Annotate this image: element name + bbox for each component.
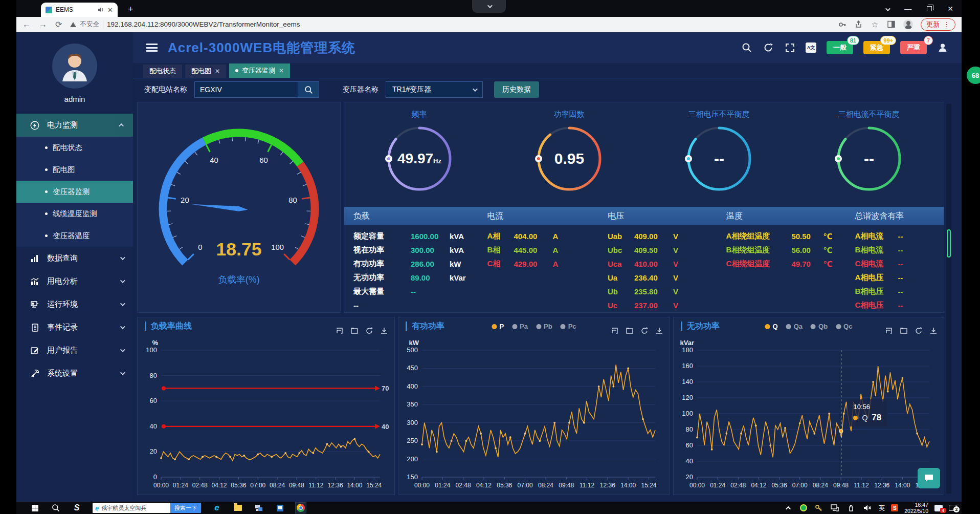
legend-item-Qc[interactable]: Qc xyxy=(836,323,852,330)
recorder-overlay-bubble[interactable]: 68 xyxy=(967,67,980,84)
sidebar-group-usage-analysis[interactable]: 用电分析 xyxy=(16,270,133,293)
tray-usb-icon[interactable] xyxy=(846,503,856,513)
url-text[interactable]: 192.168.204.112:8090/3000WEBV2/Transform… xyxy=(107,20,300,28)
sidebar-item-transformer-temp[interactable]: 变压器温度 xyxy=(16,225,133,247)
sidepanel-icon[interactable] xyxy=(887,20,896,29)
toolbox-dataview-icon[interactable] xyxy=(350,327,359,335)
legend-item-Pa[interactable]: Pa xyxy=(512,323,528,330)
alarm-badge-urgent[interactable]: 紧急 99+ xyxy=(863,41,890,54)
legend-item-Qb[interactable]: Qb xyxy=(811,323,828,330)
taskbar-ie-icon[interactable]: e xyxy=(212,503,222,513)
tab-distribution-diagram[interactable]: 配电图✕ xyxy=(185,65,226,78)
action-center-icon[interactable]: 2 xyxy=(949,505,956,511)
translate-icon[interactable]: A文 xyxy=(806,42,816,53)
sidebar-group-environment[interactable]: 运行环境 xyxy=(16,293,133,316)
station-search-button[interactable] xyxy=(298,82,319,97)
taskbar-search-icon[interactable] xyxy=(51,503,61,513)
toolbox-restore-icon[interactable] xyxy=(885,327,893,335)
start-button[interactable] xyxy=(30,503,40,513)
user-icon[interactable] xyxy=(937,42,948,53)
station-input[interactable] xyxy=(195,82,298,97)
reactive-power-chart[interactable]: 20406080100120140160180kVar00:0001:2402:… xyxy=(674,335,944,495)
toolbox-restore-icon[interactable] xyxy=(336,327,344,335)
legend-item-Qa[interactable]: Qa xyxy=(786,323,803,330)
active-power-chart[interactable]: 150200250300350400450500kW00:0001:2402:4… xyxy=(398,335,670,495)
tray-antivirus-icon[interactable] xyxy=(800,504,807,511)
tray-clock[interactable]: 16:47 2022/5/10 xyxy=(904,502,928,514)
forward-button[interactable]: → xyxy=(39,20,47,29)
legend-item-Pc[interactable]: Pc xyxy=(561,323,576,330)
toolbox-download-icon[interactable] xyxy=(929,327,938,335)
tray-alert-icon[interactable]: 4 xyxy=(934,505,943,511)
hamburger-menu-icon[interactable] xyxy=(146,44,158,52)
tab-audio-icon[interactable] xyxy=(98,7,104,13)
tab-transformer-monitor[interactable]: 变压器监测✕ xyxy=(229,63,290,78)
taskbar-explorer-icon[interactable] xyxy=(233,503,243,513)
browser-menu-icon[interactable]: ⋮ xyxy=(943,20,950,28)
refresh-icon[interactable] xyxy=(763,42,774,53)
legend-item-Pb[interactable]: Pb xyxy=(536,323,552,330)
sidebar-item-distribution-status[interactable]: 配电状态 xyxy=(16,137,133,159)
chat-float-button[interactable] xyxy=(918,468,940,488)
taskbar-news-search[interactable]: e 俄宇航员太空阅兵 搜索一下 xyxy=(93,503,201,513)
toolbox-dataview-icon[interactable] xyxy=(900,327,908,335)
bookmark-star-icon[interactable]: ☆ xyxy=(871,20,879,29)
toolbox-refresh-icon[interactable] xyxy=(640,327,649,335)
back-button[interactable]: ← xyxy=(23,20,31,29)
tray-ime-indicator[interactable]: 英 xyxy=(879,504,885,512)
alarm-badge-normal[interactable]: 一般 81 xyxy=(827,41,853,54)
toolbox-dataview-icon[interactable] xyxy=(626,327,634,335)
taskbar-app-icon[interactable] xyxy=(275,503,285,513)
taskbar-devices-icon[interactable] xyxy=(254,503,264,513)
fullscreen-icon[interactable] xyxy=(784,42,795,53)
legend-item-P[interactable]: P xyxy=(492,323,504,330)
alarm-badge-critical[interactable]: 严重 7 xyxy=(900,41,927,54)
sidebar-group-power-monitor[interactable]: 电力监测 xyxy=(16,114,133,137)
sidebar-group-event-log[interactable]: 事件记录 xyxy=(16,316,133,339)
share-icon[interactable] xyxy=(854,20,863,29)
sidebar-item-distribution-diagram[interactable]: 配电图 xyxy=(16,159,133,181)
toolbox-download-icon[interactable] xyxy=(655,327,663,335)
taskbar-chrome-icon[interactable] xyxy=(296,503,306,513)
sidebar-item-transformer-monitor[interactable]: 变压器监测 xyxy=(16,181,133,203)
history-data-button[interactable]: 历史数据 xyxy=(494,81,539,98)
tabstrip-dropdown[interactable] xyxy=(472,0,506,13)
page-scrollbar[interactable] xyxy=(946,104,951,494)
scrollbar-thumb[interactable] xyxy=(947,229,951,258)
window-menu-chevron[interactable] xyxy=(885,5,889,13)
window-restore-button[interactable] xyxy=(927,5,932,13)
news-search-text[interactable]: 俄宇航员太空阅兵 xyxy=(101,504,170,512)
tray-keys-icon[interactable] xyxy=(813,503,823,513)
load-rate-chart[interactable]: 020406080100%00:0001:2402:4804:1205:3607… xyxy=(138,335,394,495)
profile-avatar-icon[interactable] xyxy=(903,19,913,29)
legend-item-Q[interactable]: Q xyxy=(765,323,778,330)
tray-volume-muted-icon[interactable] xyxy=(862,503,873,513)
chrome-update-button[interactable]: 更新 ⋮ xyxy=(921,18,955,31)
window-close-button[interactable]: ✕ xyxy=(947,5,953,13)
search-icon[interactable] xyxy=(741,42,752,53)
toolbox-download-icon[interactable] xyxy=(380,327,388,335)
toolbox-restore-icon[interactable] xyxy=(611,327,619,335)
sidebar-item-cable-temp-monitor[interactable]: 线缆温度监测 xyxy=(16,203,133,225)
tab-distribution-status[interactable]: 配电状态 xyxy=(143,65,182,78)
sidebar-group-user-report[interactable]: 用户报告 xyxy=(16,339,133,362)
new-tab-button[interactable]: + xyxy=(128,4,133,15)
reload-button[interactable]: ⟳ xyxy=(55,20,62,29)
window-minimize-button[interactable]: — xyxy=(904,5,911,13)
tab-close-icon[interactable]: ✕ xyxy=(107,7,113,13)
tab-close-icon[interactable]: ✕ xyxy=(279,67,284,74)
sidebar-group-system-settings[interactable]: 系统设置 xyxy=(16,362,133,385)
sidebar-group-data-query[interactable]: 数据查询 xyxy=(16,247,133,270)
browser-tab[interactable]: EEMS ✕ xyxy=(41,3,118,17)
tab-close-icon[interactable]: ✕ xyxy=(215,68,220,75)
toolbox-refresh-icon[interactable] xyxy=(365,327,373,335)
tray-network-icon[interactable] xyxy=(830,503,840,513)
news-search-button[interactable]: 搜索一下 xyxy=(170,503,201,513)
password-key-icon[interactable] xyxy=(838,20,847,29)
taskbar-swirl-app-icon[interactable]: S xyxy=(72,503,82,513)
tray-sogou-icon[interactable]: S xyxy=(891,504,898,511)
tray-expand-icon[interactable] xyxy=(784,503,794,513)
address-box[interactable]: 不安全 192.168.204.112:8090/3000WEBV2/Trans… xyxy=(70,20,830,29)
transformer-select[interactable]: TR1#变压器 xyxy=(386,81,483,98)
toolbox-refresh-icon[interactable] xyxy=(915,327,923,335)
